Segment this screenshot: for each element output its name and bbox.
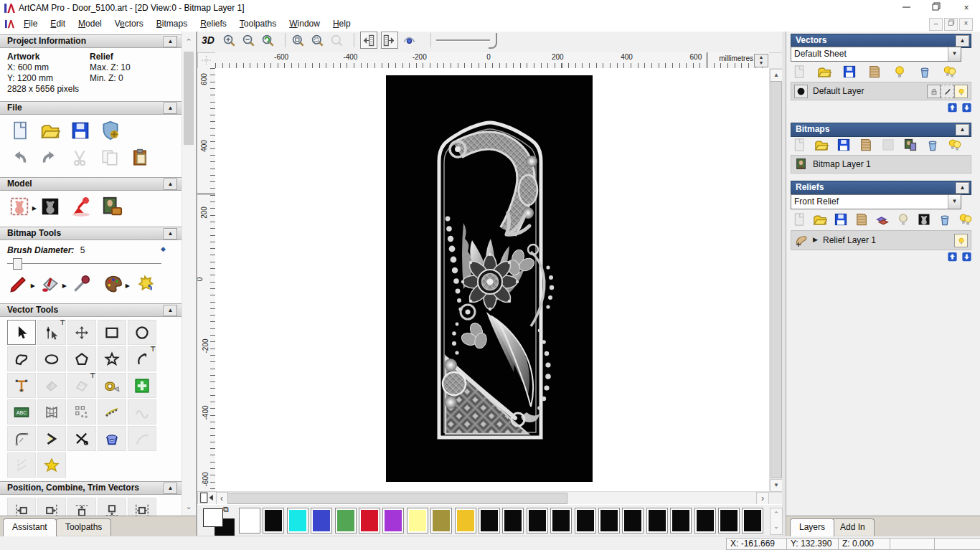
fillet-tool-button[interactable] <box>7 426 36 451</box>
edit-layer-button[interactable] <box>941 85 954 98</box>
layer-colour-button[interactable] <box>794 85 808 98</box>
redo-icon[interactable] <box>40 148 59 169</box>
center-horizontal-tool-button[interactable] <box>128 498 156 516</box>
zoom-object-icon[interactable] <box>329 32 345 48</box>
palette-swatch-green[interactable] <box>335 508 357 534</box>
preview-icon[interactable] <box>402 32 418 48</box>
palette-swatch-black-11[interactable] <box>718 508 740 534</box>
palette-scrollbar[interactable]: ⌃ ⌄ <box>770 508 783 535</box>
collapse-button[interactable]: ▲ <box>164 483 177 494</box>
stack-icon[interactable] <box>875 212 890 229</box>
model-options-icon[interactable] <box>100 120 121 143</box>
trash-icon[interactable] <box>918 65 932 81</box>
palette-swatch-black-1[interactable] <box>479 508 500 534</box>
palette-scroll-up[interactable]: ⌃ <box>771 508 782 521</box>
dropdown-arrow[interactable]: ▼ <box>948 195 961 209</box>
rect-tool-tool-button[interactable] <box>98 320 126 345</box>
menu-item-window[interactable]: Window <box>283 16 326 30</box>
flyout-arrow-icon[interactable]: ▶ <box>62 283 67 289</box>
trim-scissors-tool-button[interactable] <box>67 426 96 451</box>
open-model-icon[interactable] <box>40 120 60 143</box>
set-size-icon[interactable]: ▶ <box>9 196 30 219</box>
flyout-arrow-icon[interactable]: ▶ <box>31 283 35 289</box>
menu-item-file[interactable]: File <box>17 16 44 30</box>
wrap-star-tool-button[interactable] <box>37 452 66 478</box>
trash-icon[interactable] <box>938 212 952 229</box>
align-top-tool-button[interactable] <box>67 498 96 516</box>
primary-secondary-colour-indicator[interactable]: ⧉ <box>203 507 243 536</box>
block-copy-tool-button[interactable] <box>67 399 96 425</box>
menu-item-reliefs[interactable]: Reliefs <box>194 16 233 30</box>
menu-item-edit[interactable]: Edit <box>44 16 72 30</box>
palette-swatch-purple[interactable] <box>382 508 404 534</box>
relief-layer-row[interactable]: ▶ Relief Layer 1 <box>791 230 971 250</box>
horizontal-scrollbar[interactable]: ‹ › <box>215 491 769 505</box>
scroll-down-arrow[interactable]: ▼ <box>770 479 783 492</box>
tab-toolpaths[interactable]: Toolpaths <box>56 518 111 536</box>
vector-layer-name[interactable]: Default Layer <box>813 86 864 96</box>
bitmap-layer-name[interactable]: Bitmap Layer 1 <box>813 159 871 169</box>
chevron-arrow-tool-button[interactable] <box>37 426 66 451</box>
measure-tool-button[interactable] <box>98 373 126 398</box>
bulb-gray-icon[interactable] <box>896 212 910 229</box>
align-right-tool-button[interactable] <box>37 498 66 516</box>
restore-button[interactable] <box>923 0 950 16</box>
vector-paste-tool-button[interactable] <box>37 373 66 398</box>
tab-add-in[interactable]: Add In <box>831 518 875 536</box>
mdi-close-button[interactable]: × <box>959 18 973 31</box>
palette-swatch-black-6[interactable] <box>598 508 620 534</box>
move-relief-down-button[interactable] <box>961 251 972 262</box>
adjust-size-icon[interactable] <box>39 196 61 219</box>
polygon-tool-tool-button[interactable] <box>67 346 96 371</box>
zoom-box-icon[interactable] <box>310 32 326 48</box>
bulbs-icon[interactable] <box>943 65 957 81</box>
paste-replace-tool-button[interactable] <box>128 373 156 398</box>
scroll-thumb[interactable] <box>227 493 567 504</box>
copy-icon[interactable] <box>100 148 119 169</box>
fit-vectors-tool-button[interactable] <box>128 399 156 425</box>
open-model-icon[interactable] <box>817 65 831 81</box>
open-model-icon[interactable] <box>813 212 827 229</box>
layer-visibility-button[interactable] <box>954 85 968 98</box>
save-model-icon[interactable] <box>842 65 857 81</box>
collapse-button[interactable]: ▲ <box>164 103 177 114</box>
ellipse-tool-tool-button[interactable] <box>37 346 66 371</box>
dropdown-arrow[interactable]: ▼ <box>948 47 961 61</box>
palette-swatch-white[interactable] <box>239 508 260 534</box>
ruler-units-dropdown[interactable]: ▲▼ <box>754 54 768 67</box>
slice-tool-button[interactable] <box>7 452 36 478</box>
menu-item-model[interactable]: Model <box>72 16 108 30</box>
collapse-button[interactable]: ▲ <box>164 228 177 240</box>
brush-flyout-dot[interactable]: ◆ <box>161 245 166 252</box>
new-page-icon[interactable] <box>792 138 806 154</box>
move-layer-up-button[interactable] <box>946 102 958 113</box>
trash-icon[interactable] <box>925 138 940 154</box>
scroll-up-chevron[interactable]: ⌃ <box>182 37 195 47</box>
relief-layer-name[interactable]: Relief Layer 1 <box>823 235 876 245</box>
star-tool-tool-button[interactable] <box>98 346 126 371</box>
palette-scroll-down[interactable]: ⌄ <box>771 521 782 533</box>
distort-tool-button[interactable] <box>37 399 66 425</box>
minimize-button[interactable] <box>892 0 920 16</box>
collapse-button[interactable]: ▲ <box>956 35 969 47</box>
collapse-button[interactable]: ▲ <box>164 179 177 190</box>
palette-swatch-black-10[interactable] <box>694 508 716 534</box>
link-colours-icon[interactable]: ⧉ <box>223 505 229 514</box>
palette-swatch-black[interactable] <box>263 508 284 534</box>
menu-item-vectors[interactable]: Vectors <box>108 16 150 30</box>
lighting-icon[interactable] <box>70 196 92 219</box>
scroll-up-arrow[interactable]: ▲ <box>770 69 783 82</box>
prev-layer-icon[interactable] <box>360 32 377 49</box>
merge-icon[interactable] <box>859 138 873 154</box>
collapse-button[interactable]: ▲ <box>956 124 969 136</box>
new-model-icon[interactable] <box>10 120 30 143</box>
scroll-down-chevron[interactable]: ⌄ <box>182 502 195 511</box>
collapse-button[interactable]: ▲ <box>164 305 177 316</box>
paint-icon[interactable]: ▶ <box>9 274 29 296</box>
cut-icon[interactable] <box>70 148 89 169</box>
primary-colour-swatch[interactable] <box>203 508 223 527</box>
flyout-arrow-icon[interactable]: ▶ <box>126 283 130 289</box>
palette-swatch-black-2[interactable] <box>502 508 524 534</box>
node-edit-tool-button[interactable]: ⊤ <box>37 320 66 345</box>
bulb-icon[interactable] <box>892 65 907 81</box>
